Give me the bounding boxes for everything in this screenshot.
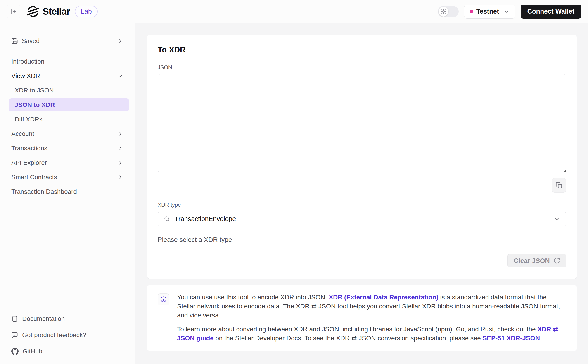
xdr-representation-link[interactable]: XDR (External Data Representation) [329, 293, 438, 301]
sidebar-item-label: View XDR [11, 72, 40, 80]
info-p2-text: . [540, 334, 542, 342]
chevron-down-icon [553, 215, 560, 222]
logo-wordmark: Stellar [43, 6, 70, 17]
sidebar-item-label: Transactions [11, 145, 47, 152]
sidebar-item-label: Got product feedback? [22, 332, 86, 339]
json-textarea[interactable] [158, 74, 566, 172]
collapse-sidebar-button[interactable] [7, 5, 20, 18]
sidebar-item-feedback[interactable]: Got product feedback? [6, 328, 129, 342]
sidebar-item-view-xdr[interactable]: View XDR [6, 69, 129, 83]
sidebar-item-label: JSON to XDR [15, 101, 55, 109]
sidebar-item-account[interactable]: Account [6, 127, 129, 141]
sidebar-item-label: API Explorer [11, 159, 47, 166]
info-p2-text: on the Stellar Developer Docs. To see th… [214, 334, 483, 342]
sidebar-item-json-to-xdr[interactable]: JSON to XDR [9, 98, 129, 111]
info-p1-text: You can use use this tool to encode XDR … [177, 293, 329, 301]
connect-wallet-button[interactable]: Connect Wallet [521, 5, 581, 19]
chevron-right-icon [117, 38, 123, 44]
theme-toggle[interactable] [438, 6, 459, 17]
info-box: You can use use this tool to encode XDR … [147, 285, 577, 351]
sidebar: Saved Introduction View XDR XDR to JSON … [0, 23, 135, 364]
sidebar-item-introduction[interactable]: Introduction [6, 54, 129, 69]
stellar-logo-icon [27, 5, 39, 18]
sidebar-item-label: Account [11, 130, 34, 137]
info-icon [158, 293, 169, 305]
feedback-bubble-icon [11, 332, 18, 338]
sidebar-item-label: GitHub [23, 348, 42, 355]
sidebar-item-saved[interactable]: Saved [6, 34, 129, 48]
search-icon [164, 216, 170, 222]
sidebar-item-label: Transaction Dashboard [11, 188, 77, 195]
to-xdr-card: To XDR JSON XDR type Transact [147, 35, 577, 279]
network-label: Testnet [476, 8, 499, 15]
sep-51-link[interactable]: SEP-51 XDR-JSON [483, 334, 540, 342]
sidebar-item-label: Smart Contracts [11, 174, 57, 181]
top-header: Stellar Lab Testnet [0, 0, 588, 23]
copy-icon [556, 182, 562, 189]
clear-json-label: Clear JSON [514, 257, 550, 265]
page-title: To XDR [158, 45, 566, 54]
chevron-right-icon [117, 160, 123, 166]
sidebar-item-label: Diff XDRs [15, 116, 42, 123]
sidebar-item-label: Saved [22, 37, 39, 45]
sidebar-item-diff-xdrs[interactable]: Diff XDRs [9, 113, 129, 126]
json-field-label: JSON [158, 64, 566, 71]
network-selector[interactable]: Testnet [464, 5, 515, 19]
sidebar-item-github[interactable]: GitHub [6, 344, 129, 358]
sidebar-item-transaction-dashboard[interactable]: Transaction Dashboard [6, 184, 129, 199]
sidebar-item-label: Documentation [22, 315, 65, 322]
copy-button[interactable] [552, 178, 566, 193]
xdr-type-value: TransactionEnvelope [175, 215, 236, 223]
sun-icon [440, 8, 447, 15]
sidebar-divider [6, 51, 129, 51]
sidebar-item-xdr-to-json[interactable]: XDR to JSON [9, 84, 129, 97]
refresh-icon [553, 257, 560, 264]
info-text: You can use use this tool to encode XDR … [177, 292, 566, 343]
validation-message: Please select a XDR type [158, 236, 566, 243]
save-icon [11, 38, 18, 44]
sidebar-item-label: Introduction [11, 58, 44, 65]
sidebar-item-api-explorer[interactable]: API Explorer [6, 156, 129, 170]
sidebar-item-smart-contracts[interactable]: Smart Contracts [6, 170, 129, 184]
chevron-down-icon [117, 73, 123, 79]
info-p2-text: To learn more about converting between X… [177, 325, 538, 332]
clear-json-button[interactable]: Clear JSON [508, 254, 566, 267]
chevron-down-icon [504, 9, 510, 14]
sidebar-item-label: XDR to JSON [15, 87, 54, 94]
network-status-dot [470, 10, 473, 13]
chevron-right-icon [117, 145, 123, 151]
book-icon [11, 315, 18, 322]
github-icon [11, 348, 19, 355]
main-content: To XDR JSON XDR type Transact [135, 23, 588, 364]
sidebar-item-documentation[interactable]: Documentation [6, 312, 129, 326]
xdr-type-label: XDR type [158, 202, 566, 208]
stellar-lab-logo[interactable]: Stellar Lab [27, 5, 98, 18]
chevron-right-icon [117, 174, 123, 180]
chevron-right-icon [117, 131, 123, 137]
lab-badge: Lab [75, 6, 98, 17]
sidebar-footer: Documentation Got product feedback? GitH… [6, 305, 129, 364]
sidebar-item-transactions[interactable]: Transactions [6, 141, 129, 156]
xdr-type-select[interactable]: TransactionEnvelope [158, 212, 566, 226]
collapse-sidebar-icon [10, 8, 17, 15]
